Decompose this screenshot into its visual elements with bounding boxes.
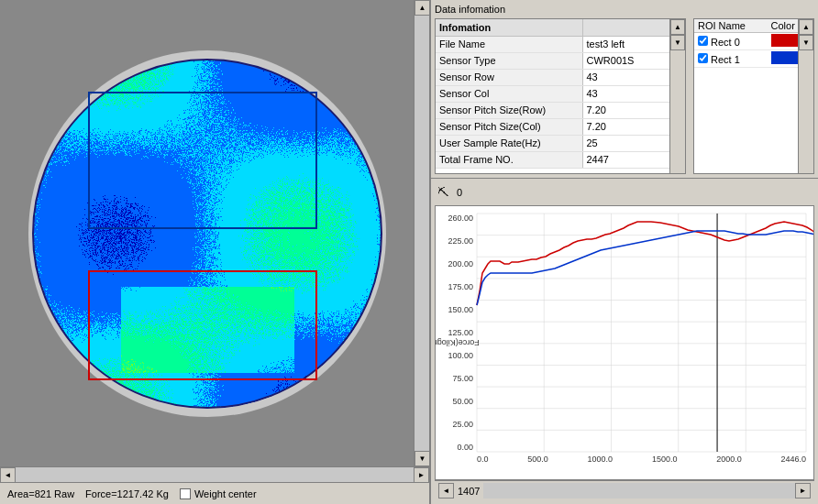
heatmap-canvas bbox=[28, 50, 386, 417]
roi-scroll-down[interactable]: ▼ bbox=[799, 35, 813, 50]
roi-section: ROI Name Color Rect 0Rect 1 ▲ ▼ bbox=[690, 15, 818, 178]
info-label: Sensor Row bbox=[436, 69, 582, 85]
info-table-row: Sensor Pitch Size(Row)7.20 bbox=[436, 102, 685, 118]
y-tick: 150.00 bbox=[448, 305, 473, 314]
chart-bottom-bar: ◄ 1407 ► bbox=[435, 480, 814, 500]
info-label: Sensor Pitch Size(Row) bbox=[436, 102, 582, 118]
roi-table: ROI Name Color Rect 0Rect 1 bbox=[694, 19, 813, 68]
info-scroll-down[interactable]: ▼ bbox=[670, 35, 685, 50]
info-table-row: Sensor Row43 bbox=[436, 69, 685, 85]
roi-table-wrapper: ROI Name Color Rect 0Rect 1 ▲ ▼ bbox=[693, 18, 814, 174]
y-axis-label: Force(Kilogram(Kg)) bbox=[435, 338, 480, 347]
chart-scroll-right[interactable]: ► bbox=[795, 483, 811, 499]
scroll-up-button[interactable]: ▲ bbox=[415, 0, 429, 16]
y-axis: 260.00225.00200.00175.00150.00125.00100.… bbox=[436, 214, 476, 452]
sensor-view: ▲ ▼ bbox=[0, 0, 429, 466]
heatmap-container bbox=[9, 9, 404, 457]
info-table-row: Total Frame NO.2447 bbox=[436, 151, 685, 168]
info-table-row: Sensor TypeCWR001S bbox=[436, 52, 685, 69]
data-info-title: Data infomation bbox=[431, 0, 818, 15]
scroll-left-button[interactable]: ◄ bbox=[0, 467, 16, 483]
info-table-row: User Sample Rate(Hz)25 bbox=[436, 135, 685, 151]
scroll-right-button[interactable]: ► bbox=[414, 467, 429, 483]
info-table-row: Sensor Pitch Size(Col)7.20 bbox=[436, 118, 685, 135]
roi-name-header: ROI Name bbox=[694, 19, 768, 33]
roi-table-row: Rect 0 bbox=[694, 33, 813, 50]
x-tick: 2446.0 bbox=[780, 455, 806, 464]
x-axis: 0.0500.01000.01500.02000.02446.0 bbox=[477, 452, 806, 479]
right-top-section: Infomation File Nametest3 leftSensor Typ… bbox=[431, 15, 818, 179]
x-tick: 500.0 bbox=[527, 455, 548, 464]
chart-svg bbox=[477, 214, 806, 452]
info-scroll-up-icon: ▲ bbox=[674, 23, 681, 31]
x-tick: 1000.0 bbox=[588, 455, 614, 464]
horizontal-scrollbar-left: ◄ ► bbox=[0, 466, 429, 482]
info-table-scrollbar[interactable]: ▲ ▼ bbox=[669, 19, 685, 173]
chart-toolbar: ⛏ 0 bbox=[435, 182, 814, 203]
scroll-up-icon: ▲ bbox=[419, 4, 426, 12]
weight-center-checkbox[interactable] bbox=[180, 488, 191, 499]
roi-table-scrollbar[interactable]: ▲ ▼ bbox=[798, 19, 813, 173]
y-tick: 260.00 bbox=[448, 214, 473, 223]
info-scroll-down-icon: ▼ bbox=[674, 38, 681, 47]
info-label: Total Frame NO. bbox=[436, 151, 582, 168]
chart-wrapper: 260.00225.00200.00175.00150.00125.00100.… bbox=[435, 205, 814, 480]
col-header-info: Infomation bbox=[436, 19, 582, 36]
roi-name-cell: Rect 1 bbox=[694, 50, 768, 68]
vertical-scrollbar-left: ▲ ▼ bbox=[414, 0, 429, 466]
y-tick: 0.00 bbox=[457, 443, 473, 452]
right-panel: Data infomation Infomation File Nametest… bbox=[431, 0, 818, 504]
info-label: User Sample Rate(Hz) bbox=[436, 135, 582, 151]
y-tick: 200.00 bbox=[448, 259, 473, 268]
scroll-track-v[interactable] bbox=[415, 16, 429, 451]
data-info-section: Infomation File Nametest3 leftSensor Typ… bbox=[431, 15, 690, 178]
info-scroll-up[interactable]: ▲ bbox=[670, 19, 685, 35]
chart-bottom-value: 1407 bbox=[458, 486, 480, 497]
scroll-down-icon: ▼ bbox=[419, 455, 426, 463]
x-tick: 0.0 bbox=[477, 455, 489, 464]
info-label: File Name bbox=[436, 36, 582, 52]
roi-scroll-up[interactable]: ▲ bbox=[799, 19, 813, 35]
area-status: Area=821 Raw bbox=[7, 488, 74, 499]
left-panel: ▲ ▼ ◄ ► Area=821 Raw Force=1217.42 Kg bbox=[0, 0, 431, 504]
info-label: Sensor Pitch Size(Col) bbox=[436, 118, 582, 135]
x-tick: 1500.0 bbox=[652, 455, 678, 464]
main-area: ▲ ▼ ◄ ► Area=821 Raw Force=1217.42 Kg bbox=[0, 0, 818, 504]
force-status: Force=1217.42 Kg bbox=[85, 488, 169, 499]
chart-scroll-left[interactable]: ◄ bbox=[438, 483, 454, 499]
roi-color-swatch bbox=[771, 34, 799, 47]
info-table-row: Sensor Col43 bbox=[436, 85, 685, 102]
status-bar: Area=821 Raw Force=1217.42 Kg Weight cen… bbox=[0, 482, 429, 504]
info-table-row: File Nametest3 left bbox=[436, 36, 685, 52]
y-tick: 100.00 bbox=[448, 351, 473, 360]
y-tick: 50.00 bbox=[452, 397, 473, 406]
y-tick: 25.00 bbox=[452, 420, 473, 429]
chart-scroll-track[interactable] bbox=[483, 483, 795, 499]
roi-checkbox[interactable] bbox=[698, 53, 708, 63]
chart-toolbar-value: 0 bbox=[457, 187, 462, 198]
roi-name-cell: Rect 0 bbox=[694, 33, 768, 50]
roi-color-swatch bbox=[771, 51, 799, 64]
y-tick: 125.00 bbox=[448, 328, 473, 337]
weight-center-item: Weight center bbox=[180, 488, 257, 499]
y-tick: 175.00 bbox=[448, 282, 473, 291]
weight-center-label: Weight center bbox=[194, 488, 257, 499]
y-tick: 75.00 bbox=[452, 374, 473, 383]
scroll-right-icon: ► bbox=[418, 471, 426, 479]
x-tick: 2000.0 bbox=[716, 455, 742, 464]
blue-curve bbox=[477, 227, 814, 305]
chart-tool-icon[interactable]: ⛏ bbox=[435, 184, 451, 201]
info-table: Infomation File Nametest3 leftSensor Typ… bbox=[436, 19, 685, 169]
scroll-down-button[interactable]: ▼ bbox=[415, 451, 429, 466]
chart-section: ⛏ 0 260.00225.00200.00175.00150.00125.00… bbox=[431, 179, 818, 504]
info-table-wrapper: Infomation File Nametest3 leftSensor Typ… bbox=[435, 18, 686, 174]
scroll-left-icon: ◄ bbox=[5, 471, 12, 479]
roi-table-row: Rect 1 bbox=[694, 50, 813, 68]
scroll-track-h[interactable] bbox=[16, 467, 414, 482]
chart-plot-area bbox=[477, 214, 806, 452]
y-tick: 225.00 bbox=[448, 236, 473, 246]
roi-checkbox[interactable] bbox=[698, 36, 708, 46]
info-label: Sensor Col bbox=[436, 85, 582, 102]
info-label: Sensor Type bbox=[436, 52, 582, 69]
